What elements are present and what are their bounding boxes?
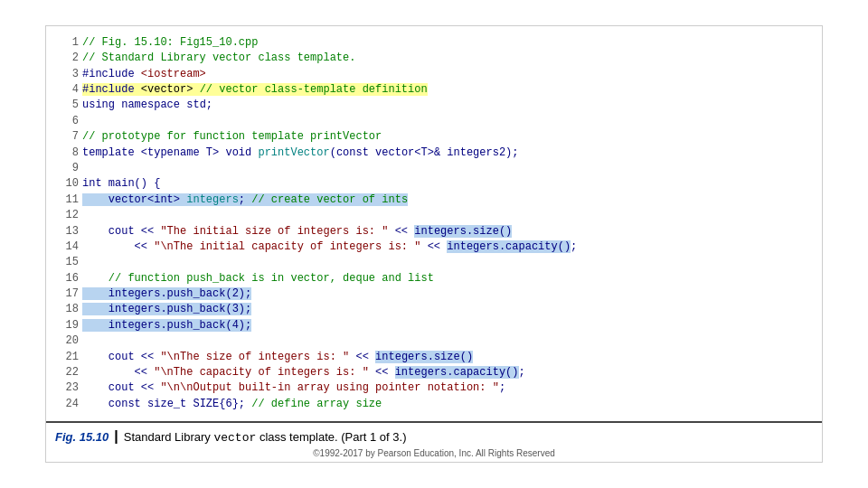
code-content: template <typename T> void printVector(c… (80, 145, 813, 161)
code-area: 1 // Fig. 15.10: Fig15_10.cpp 2 // Stand… (46, 26, 822, 421)
caption-fig-label: Fig. 15.10 (55, 430, 108, 444)
code-content: << "\nThe capacity of integers is: " << … (80, 365, 813, 380)
line-number: 8 (55, 145, 80, 161)
code-content: integers.push_back(3); (80, 302, 813, 317)
line-number: 6 (55, 114, 80, 129)
line-number: 19 (55, 318, 80, 333)
table-row: 23 cout << "\n\nOutput built-in array us… (55, 380, 813, 396)
table-row: 19 integers.push_back(4); (55, 318, 813, 333)
line-number: 2 (55, 51, 80, 66)
code-content (80, 255, 813, 270)
table-row: 13 cout << "The initial size of integers… (55, 224, 813, 239)
code-content: integers.push_back(4); (80, 318, 813, 333)
code-content: const size_t SIZE{6}; // define array si… (80, 397, 813, 412)
line-number: 11 (55, 192, 80, 208)
code-content (80, 208, 813, 223)
line-number: 17 (55, 286, 80, 302)
table-row: 1 // Fig. 15.10: Fig15_10.cpp (55, 35, 813, 51)
code-container: 1 // Fig. 15.10: Fig15_10.cpp 2 // Stand… (45, 25, 823, 463)
code-content: // function push_back is in vector, dequ… (80, 271, 813, 286)
table-row: 24 const size_t SIZE{6}; // define array… (55, 397, 813, 412)
table-row: 11 vector<int> integers; // create vecto… (55, 192, 813, 208)
code-content: cout << "\nThe size of integers is: " <<… (80, 350, 813, 365)
table-row: 5 using namespace std; (55, 98, 813, 113)
line-number: 14 (55, 239, 80, 255)
table-row: 7 // prototype for function template pri… (55, 129, 813, 145)
code-content: vector<int> integers; // create vector o… (80, 192, 813, 208)
table-row: 8 template <typename T> void printVector… (55, 145, 813, 161)
code-content: // Standard Library vector class templat… (80, 51, 813, 66)
table-row: 20 (55, 333, 813, 349)
table-row: 18 integers.push_back(3); (55, 302, 813, 317)
line-number: 20 (55, 333, 80, 349)
table-row: 9 (55, 161, 813, 176)
line-number: 3 (55, 67, 80, 82)
line-number: 21 (55, 350, 80, 365)
code-content: << "\nThe initial capacity of integers i… (80, 239, 813, 255)
caption-description: Standard Library vector class template. … (124, 430, 407, 445)
table-row: 2 // Standard Library vector class templ… (55, 51, 813, 66)
code-table: 1 // Fig. 15.10: Fig15_10.cpp 2 // Stand… (55, 35, 813, 412)
line-number: 22 (55, 365, 80, 380)
code-content: #include <iostream> (80, 67, 813, 82)
code-content: integers.push_back(2); (80, 286, 813, 302)
line-number: 23 (55, 380, 80, 396)
code-content: cout << "\n\nOutput built-in array using… (80, 380, 813, 396)
table-row: 21 cout << "\nThe size of integers is: "… (55, 350, 813, 365)
line-number: 16 (55, 271, 80, 286)
line-number: 9 (55, 161, 80, 176)
code-content (80, 161, 813, 176)
line-number: 15 (55, 255, 80, 270)
table-row: 14 << "\nThe initial capacity of integer… (55, 239, 813, 255)
line-number: 24 (55, 397, 80, 412)
table-row: 4 #include <vector> // vector class-temp… (55, 82, 813, 98)
table-row: 6 (55, 114, 813, 129)
line-number: 1 (55, 35, 80, 51)
caption-separator: | (114, 428, 118, 445)
line-number: 10 (55, 176, 80, 192)
table-row: 22 << "\nThe capacity of integers is: " … (55, 365, 813, 380)
table-row: 15 (55, 255, 813, 270)
code-content: using namespace std; (80, 98, 813, 113)
table-row: 3 #include <iostream> (55, 67, 813, 82)
code-content (80, 333, 813, 349)
caption-bar: Fig. 15.10 | Standard Library vector cla… (46, 421, 822, 446)
code-content (80, 114, 813, 129)
code-content: cout << "The initial size of integers is… (80, 224, 813, 239)
code-content: #include <vector> // vector class-templa… (80, 82, 813, 98)
line-number: 5 (55, 98, 80, 113)
line-number: 7 (55, 129, 80, 145)
line-number: 4 (55, 82, 80, 98)
copyright-text: ©1992-2017 by Pearson Education, Inc. Al… (46, 446, 822, 462)
table-row: 10 int main() { (55, 176, 813, 192)
line-number: 18 (55, 302, 80, 317)
line-number: 12 (55, 208, 80, 223)
table-row: 12 (55, 208, 813, 223)
code-content: // prototype for function template print… (80, 129, 813, 145)
table-row: 17 integers.push_back(2); (55, 286, 813, 302)
line-number: 13 (55, 224, 80, 239)
code-content: // Fig. 15.10: Fig15_10.cpp (80, 35, 813, 51)
table-row: 16 // function push_back is in vector, d… (55, 271, 813, 286)
code-content: int main() { (80, 176, 813, 192)
